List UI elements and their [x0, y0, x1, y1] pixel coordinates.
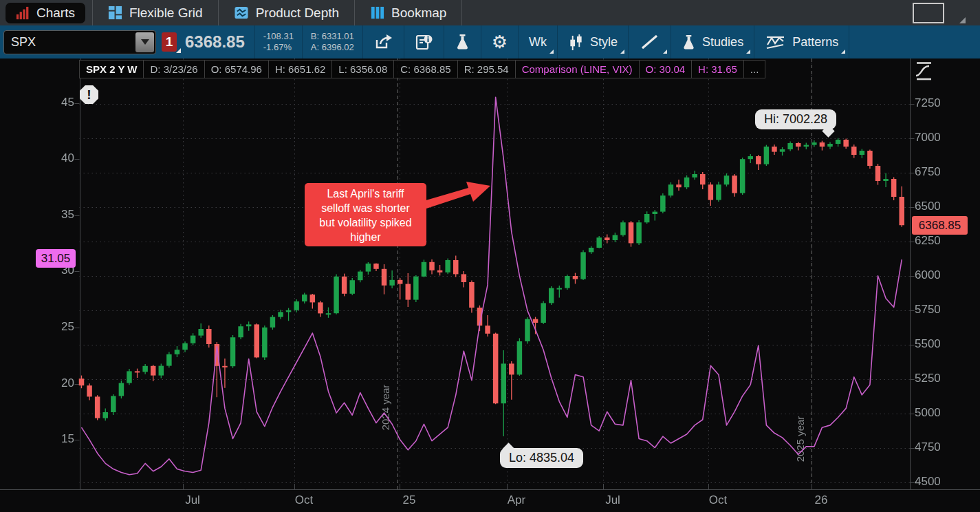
chart-header-cell-data: L: 6356.08: [332, 60, 394, 78]
toolbar-separator: [849, 25, 849, 58]
change-stack: -108.31 -1.67%: [255, 31, 302, 53]
change-percent: -1.67%: [263, 42, 294, 53]
thinkorswim-charts-window: Charts Flexible Grid Product Depth: [0, 0, 980, 512]
chart-header-cell-data: R: 295.54: [458, 60, 516, 78]
x-axis-tick-label: Oct: [283, 493, 325, 507]
chart-describer-button[interactable]: [404, 25, 444, 58]
ask-value: A: 6396.02: [311, 42, 354, 53]
timeframe-button[interactable]: Wk: [519, 25, 557, 58]
tab-product-depth[interactable]: Product Depth: [219, 0, 354, 25]
right-axis-tick-label: 6750: [915, 165, 941, 179]
left-axis-tick-label: 20: [28, 376, 74, 390]
left-axis-tick-label: 25: [28, 320, 74, 334]
tab-charts-label: Charts: [36, 6, 75, 21]
style-label: Style: [590, 35, 618, 50]
share-icon: [373, 34, 393, 51]
style-button[interactable]: Style: [558, 25, 628, 58]
left-axis-tick-label: 35: [28, 208, 74, 222]
change-value: -108.31: [263, 31, 294, 42]
bid-ask-stack: B: 6331.01 A: 6396.02: [303, 31, 362, 53]
left-axis-tick-label: 45: [28, 96, 74, 109]
callout-text-line: Last April's tariff: [305, 186, 426, 201]
dropdown-corner-icon: [746, 50, 750, 54]
symbol-dropdown-button[interactable]: [135, 32, 154, 52]
detach-window-icon[interactable]: [913, 3, 944, 23]
x-axis-tick-label: 25: [389, 493, 430, 507]
bookmap-icon: [370, 6, 384, 20]
right-axis-tick-label: 6250: [915, 234, 941, 248]
callout-text-line: higher: [305, 230, 426, 244]
quick-study-button[interactable]: [444, 25, 481, 58]
gear-icon: ⚙: [492, 33, 508, 51]
chart-settings-button[interactable]: ⚙: [481, 25, 518, 58]
x-axis-tick-label: Jul: [592, 493, 633, 507]
chart-header-cell-data: D: 3/23/26: [144, 60, 204, 78]
tab-bookmap-label: Bookmap: [391, 6, 446, 21]
flask-icon: [682, 34, 696, 51]
dropdown-corner-icon: [620, 50, 624, 54]
product-depth-icon: [234, 6, 249, 20]
low-price-bubble: Lo: 4835.04: [500, 448, 583, 468]
right-axis-tick-label: 4750: [915, 440, 941, 454]
chart-header-cell-data: C: 6368.85: [394, 60, 457, 78]
left-axis-tick-label: 15: [28, 432, 74, 446]
last-price: 6368.85: [177, 32, 254, 52]
charts-icon: [16, 6, 30, 20]
chevron-down-icon: [141, 39, 149, 45]
patterns-button[interactable]: Patterns: [754, 25, 849, 58]
right-axis-tick-label: 7250: [915, 96, 941, 110]
left-axis-tick-label: 40: [28, 151, 74, 165]
chart-header-cell-comparison[interactable]: H: 31.65: [692, 60, 744, 78]
trendline-icon: [639, 33, 660, 51]
tab-charts[interactable]: Charts: [6, 3, 85, 23]
right-axis-tick-label: 5000: [915, 406, 941, 420]
chart-header-cell-more[interactable]: ...: [744, 60, 766, 78]
x-axis-tick-label: Apr: [496, 493, 537, 507]
alerts-badge[interactable]: 1: [162, 32, 177, 52]
studies-label: Studies: [702, 35, 743, 50]
note-info-icon: [415, 34, 433, 51]
timeframe-label: Wk: [529, 35, 547, 50]
chart-header-row[interactable]: SPX 2 Y WD: 3/23/26O: 6574.96H: 6651.62L…: [79, 60, 765, 78]
tab-flexible-grid[interactable]: Flexible Grid: [93, 0, 218, 25]
patterns-label: Patterns: [792, 35, 838, 50]
vix-last-value-badge: 31.05: [36, 249, 76, 268]
right-axis-tick-label: 5250: [915, 372, 941, 385]
tab-bar: Charts Flexible Grid Product Depth: [0, 0, 980, 25]
candlestick-style-icon: [568, 34, 584, 51]
high-price-bubble: Hi: 7002.28: [755, 109, 836, 129]
alert-warning-icon[interactable]: !: [80, 85, 98, 104]
dropdown-corner-icon: [549, 50, 554, 54]
drawing-tools-button[interactable]: [629, 25, 671, 58]
flask-icon: [455, 33, 470, 51]
tab-flexible-grid-label: Flexible Grid: [129, 6, 203, 21]
dropdown-corner-icon: [663, 50, 667, 54]
tab-separator: [461, 0, 462, 25]
symbol-input[interactable]: SPX: [3, 30, 156, 54]
right-axis-tick-label: 6000: [915, 268, 941, 282]
x-axis-tick-label: Jul: [172, 493, 213, 507]
chart-header-cell-data: H: 6651.62: [269, 60, 332, 78]
alert-glyph: !: [87, 87, 91, 103]
chart-header-cell-comparison[interactable]: O: 30.04: [640, 60, 693, 78]
tab-bookmap[interactable]: Bookmap: [355, 0, 461, 25]
badge-corner-icon: [176, 48, 181, 53]
overflow-corner-icon: [959, 17, 966, 23]
studies-button[interactable]: Studies: [671, 25, 754, 58]
right-axis-tick-label: 5750: [915, 303, 941, 317]
tariff-selloff-callout[interactable]: Last April's tariffselloff was shorterbu…: [305, 183, 426, 246]
spx-last-price-badge: 6368.85: [912, 216, 968, 235]
x-axis-tick-label: Oct: [697, 493, 739, 507]
flexible-grid-icon: [108, 6, 122, 20]
share-button[interactable]: [363, 25, 404, 58]
header-curve-style-icon[interactable]: [913, 61, 935, 81]
right-axis-tick-label: 6500: [915, 200, 941, 213]
chart-header-cell-comparison[interactable]: Comparison (LINE, VIX): [516, 60, 640, 78]
chart-header-cell-data: O: 6574.96: [205, 60, 269, 78]
right-axis-tick-label: 4500: [915, 475, 941, 489]
callout-text-line: selloff was shorter: [305, 201, 426, 215]
right-axis-tick-label: 5500: [915, 337, 941, 351]
dropdown-corner-icon: [841, 50, 845, 54]
chart-header-cell-title[interactable]: SPX 2 Y W: [79, 60, 144, 78]
chart-toolbar: SPX 1 6368.85 -108.31 -1.67% B: 6331.01 …: [0, 25, 980, 58]
